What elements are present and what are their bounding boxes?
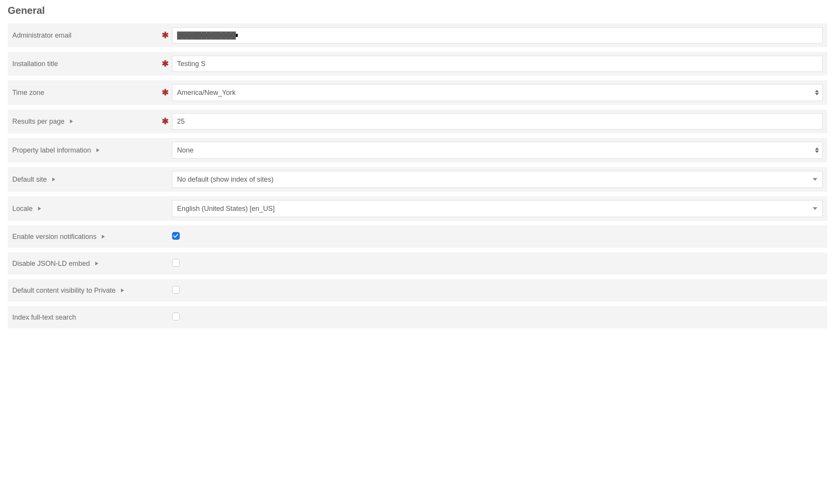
row-property-label-info: Property label information None <box>8 138 827 162</box>
select-value: America/New_York <box>172 84 823 101</box>
expand-right-icon[interactable] <box>96 148 99 152</box>
label-text: Enable version notifications <box>12 233 96 241</box>
label-text: Time zone <box>12 89 44 97</box>
expand-right-icon[interactable] <box>95 262 98 265</box>
label-locale: Locale <box>12 205 158 213</box>
index-fulltext-search-checkbox[interactable] <box>172 313 180 320</box>
label-text: Property label information <box>12 146 91 154</box>
label-text: Default content visibility to Private <box>12 287 116 295</box>
admin-email-input[interactable] <box>172 27 823 43</box>
row-default-content-private: Default content visibility to Private <box>8 279 827 302</box>
property-label-info-select[interactable]: None <box>172 142 823 159</box>
enable-version-notifications-checkbox[interactable] <box>172 232 180 240</box>
svg-marker-1 <box>96 148 99 152</box>
select-value: English (United States) [en_US] <box>172 200 823 217</box>
row-time-zone: Time zone ✱ America/New_York <box>8 80 827 105</box>
expand-right-icon[interactable] <box>38 207 41 211</box>
row-results-per-page: Results per page ✱ <box>8 109 827 133</box>
label-default-site: Default site <box>12 176 158 184</box>
select-value: No default (show index of sites) <box>172 171 823 188</box>
label-index-fulltext-search: Index full-text search <box>12 313 158 322</box>
results-per-page-input[interactable] <box>172 113 823 129</box>
time-zone-select[interactable]: America/New_York <box>172 84 823 101</box>
required-indicator: ✱ <box>158 31 172 40</box>
expand-right-icon[interactable] <box>102 235 105 239</box>
label-installation-title: Installation title <box>12 60 158 68</box>
label-default-content-private: Default content visibility to Private <box>12 287 158 295</box>
svg-marker-3 <box>38 207 41 211</box>
row-locale: Locale English (United States) [en_US] <box>8 196 827 221</box>
locale-select[interactable]: English (United States) [en_US] <box>172 200 823 217</box>
label-text: Installation title <box>12 60 58 68</box>
row-disable-jsonld-embed: Disable JSON-LD embed <box>8 252 827 275</box>
row-default-site: Default site No default (show index of s… <box>8 167 827 192</box>
select-value: None <box>172 142 823 159</box>
label-results-per-page: Results per page <box>12 118 158 126</box>
section-title: General <box>8 5 827 17</box>
row-enable-version-notifications: Enable version notifications <box>8 225 827 248</box>
label-text: Default site <box>12 176 47 184</box>
row-installation-title: Installation title ✱ <box>8 52 827 76</box>
svg-marker-0 <box>70 119 73 123</box>
installation-title-input[interactable] <box>172 56 823 72</box>
disable-jsonld-embed-checkbox[interactable] <box>172 259 180 267</box>
expand-right-icon[interactable] <box>52 177 55 181</box>
label-property-label-info: Property label information <box>12 146 158 154</box>
label-text: Results per page <box>12 118 65 126</box>
row-index-fulltext-search: Index full-text search <box>8 306 827 328</box>
required-indicator: ✱ <box>158 60 172 68</box>
svg-marker-5 <box>95 262 98 265</box>
label-enable-version-notifications: Enable version notifications <box>12 233 158 241</box>
label-time-zone: Time zone <box>12 89 158 97</box>
expand-right-icon[interactable] <box>70 119 73 123</box>
label-admin-email: Administrator email <box>12 32 158 40</box>
label-text: Disable JSON-LD embed <box>12 260 90 268</box>
label-text: Index full-text search <box>12 313 76 322</box>
default-content-private-checkbox[interactable] <box>172 286 180 293</box>
default-site-select[interactable]: No default (show index of sites) <box>172 171 823 188</box>
svg-marker-2 <box>52 177 55 181</box>
label-disable-jsonld-embed: Disable JSON-LD embed <box>12 260 158 268</box>
required-indicator: ✱ <box>158 88 172 97</box>
svg-marker-6 <box>121 288 124 292</box>
expand-right-icon[interactable] <box>121 288 124 292</box>
svg-marker-4 <box>102 235 105 239</box>
label-text: Administrator email <box>12 32 71 40</box>
required-indicator: ✱ <box>158 117 172 126</box>
row-admin-email: Administrator email ✱ <box>8 23 827 47</box>
label-text: Locale <box>12 205 33 213</box>
